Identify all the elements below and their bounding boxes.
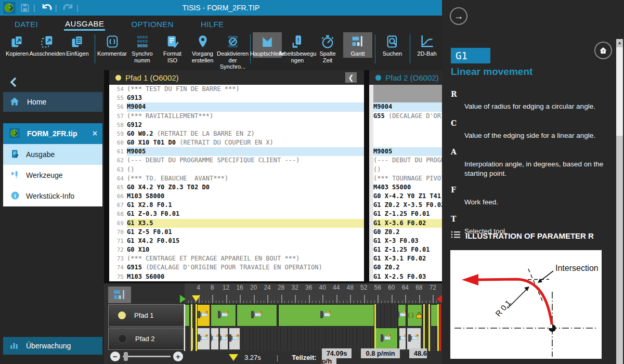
gantt-block[interactable] — [398, 304, 406, 327]
tab-hilfe[interactable]: HILFE — [200, 18, 225, 31]
end-marker-icon[interactable] — [436, 295, 442, 303]
gantt-block[interactable] — [278, 304, 374, 327]
sidebar-item-ausgabe[interactable]: Ausgabe — [3, 144, 102, 165]
code-line-72[interactable]: 72G0 X10 — [109, 245, 364, 254]
code-line-61[interactable]: 61M9005 — [109, 147, 364, 156]
code-line-64[interactable]: 64(*** TO. EBAUCHE AVANT***) — [109, 174, 364, 183]
code-line-59[interactable] — [373, 129, 442, 138]
toolbar-button-copy[interactable]: Kopieren — [3, 32, 32, 58]
undo-icon[interactable] — [41, 2, 53, 14]
gantt-block[interactable] — [211, 328, 218, 350]
zoom-in-button[interactable]: + — [173, 352, 183, 361]
code-line-73[interactable]: G1 X-3.1 F0.02 — [373, 254, 442, 263]
help-home-button[interactable]: ? — [594, 42, 612, 59]
code-line-67[interactable]: G1 Z0.2 X-3.5 F0.02 — [373, 201, 442, 210]
collapse-pane-button[interactable]: ❮ — [345, 72, 357, 83]
toolbar-button-formatiso[interactable]: Format ISO — [158, 32, 187, 64]
gantt-row-label-pfad1[interactable]: Pfad 1 — [108, 304, 184, 327]
sidebar-item-home[interactable]: Home — [3, 92, 102, 112]
zoom-out-button[interactable]: − — [110, 352, 120, 361]
code-line-63[interactable]: 63() — [109, 165, 364, 174]
code-line-68[interactable]: 68G1 Z-0.3 F0.01 — [109, 210, 364, 218]
gantt-chart[interactable]: () — [185, 304, 441, 351]
toolbar-button-stopwatch[interactable]: Spalte Zeit — [313, 32, 342, 64]
code-line-62[interactable]: (--- DEBUT DU PROGRAMME — [373, 156, 442, 165]
toolbar-button-synchro[interactable]: 9XXX9XXX9000Synchro numm — [128, 32, 157, 64]
code-line-72[interactable]: G1 Z-1.25 F0.01 — [373, 245, 442, 254]
code-line-58[interactable] — [373, 121, 442, 129]
code-line-61[interactable]: M9005 — [373, 147, 442, 156]
toolbar-button-cut[interactable]: Ausschneiden — [33, 32, 62, 58]
code-line-73[interactable]: 73(*** CENTRAGE ET PERCAGE APPAREIL EN B… — [109, 254, 364, 263]
scroll-up-icon[interactable]: ▲ — [616, 39, 623, 46]
tab-datei[interactable]: DATEI — [14, 18, 39, 31]
toolbar-button-gantt[interactable]: Gantt — [343, 32, 372, 58]
code-line-71[interactable]: G1 X-3 F0.03 — [373, 237, 442, 245]
code-line-67[interactable]: 67G1 X2.8 F0.1 — [109, 201, 364, 210]
toolbar-button-path2d[interactable]: 2D-Bah — [412, 32, 441, 58]
toolbar-button-workmove[interactable]: !Arbeitsbewegu ngen — [283, 32, 312, 64]
toolbar-button-comment[interactable]: Kommentar — [98, 32, 127, 58]
tab-optionen[interactable]: OPTIONEN — [130, 18, 175, 31]
sidebar-file-tab[interactable]: FORM_2FR.tip × — [3, 123, 102, 144]
sidebar-item-werkzeuge[interactable]: Werkzeuge — [3, 165, 102, 186]
code-line-60[interactable] — [373, 138, 442, 147]
code-line-66[interactable]: 66M103 S8000 — [109, 192, 364, 201]
play-marker-icon[interactable] — [180, 295, 186, 303]
save-icon[interactable] — [19, 2, 31, 14]
code-line-57[interactable]: 57(*** RAVITAILLEMENT***) — [109, 112, 364, 121]
code-line-74[interactable]: 74G915 (DECALAGE D'ORIGINE POUR TRAVAILE… — [109, 263, 364, 272]
code-line-57[interactable]: G55 (DECALAGE D'ORIGINE — [373, 112, 442, 121]
code-line-58[interactable]: 58G912 — [109, 121, 364, 129]
toolbar-button-loop[interactable]: Hauptschleife — [253, 32, 282, 58]
pane1-code-area[interactable]: 54(*** TEST DU FIN DE BARRE ***)55G91356… — [109, 85, 364, 281]
code-line-70[interactable]: G0 Z0.2 — [373, 228, 442, 237]
help-scrollbar[interactable]: ▲ — [616, 39, 623, 364]
gantt-block[interactable] — [399, 328, 406, 350]
code-line-60[interactable]: 60G0 X10 T01 D0 (RETRAIT DU COUPEUR EN X… — [109, 138, 364, 147]
pane2-code-area[interactable]: M9004G55 (DECALAGE D'ORIGINEM9005(--- DE… — [369, 85, 442, 281]
gantt-block[interactable] — [197, 304, 210, 327]
code-line-64[interactable]: (*** TOURNAGE PIVOT — [373, 174, 442, 183]
code-line-69[interactable]: 69G1 X3.5 — [109, 219, 364, 228]
code-line-75[interactable]: 75M103 S6000 — [109, 272, 364, 281]
code-line-65[interactable]: 65G0 X4.2 Y0 Z0.3 T02 D0 — [109, 183, 364, 192]
scrollbar-thumb[interactable] — [616, 47, 623, 136]
gantt-block[interactable]: () — [407, 304, 423, 327]
gantt-block[interactable] — [219, 328, 228, 350]
code-line-68[interactable]: G1 Z-1.25 F0.01 — [373, 210, 442, 218]
gantt-block[interactable] — [197, 328, 210, 350]
gantt-block[interactable] — [237, 304, 277, 327]
zoom-slider-handle[interactable] — [124, 352, 128, 361]
code-line-69[interactable]: G1 X-3.6 F0.02 — [373, 219, 442, 228]
code-line-70[interactable]: 70G1 Z-5 F0.01 — [109, 228, 364, 237]
code-line-71[interactable]: 71G1 X4.2 F0.015 — [109, 237, 364, 245]
sidebar-item-werkst-ck-info[interactable]: iWerkstück-Info — [3, 186, 102, 206]
close-icon[interactable]: × — [93, 129, 97, 138]
code-line-59[interactable]: 59G0 W0.2 (RETRAIT DE LA BARRE EN Z) — [109, 129, 364, 138]
gantt-block[interactable] — [229, 328, 241, 350]
gantt-block[interactable] — [185, 304, 190, 327]
code-line-75[interactable]: G1 X-2.5 F0.03 — [373, 272, 442, 281]
toolbar-button-search[interactable]: Suchen — [378, 32, 407, 58]
gantt-block[interactable] — [407, 328, 421, 350]
code-line-56[interactable]: 56M9004 — [109, 102, 364, 111]
gantt-block[interactable] — [211, 304, 236, 327]
sidebar-back-button[interactable] — [7, 75, 21, 89]
zoom-slider-track[interactable] — [123, 356, 171, 357]
gantt-timeline-ruler[interactable]: 4812162024283236404448525660646872 — [185, 283, 442, 303]
time-cursor-marker[interactable] — [192, 295, 200, 302]
sidebar-item-ueberwachung[interactable]: Überwachung — [3, 337, 102, 355]
gantt-block[interactable] — [375, 328, 398, 350]
code-line-62[interactable]: 62(--- DEBUT DU PROGRAMME SPECIFIQUE CLI… — [109, 156, 364, 165]
code-line-63[interactable]: () — [373, 165, 442, 174]
redo-icon[interactable] — [62, 2, 74, 14]
code-line-66[interactable]: G0 X-4.2 Y0 Z1 T41 — [373, 192, 442, 201]
help-collapse-button[interactable]: → — [450, 7, 467, 25]
toolbar-button-desync[interactable]: 900090019002Deaktivieren der Synchro... — [218, 32, 248, 71]
code-line-65[interactable]: M403 S5000 — [373, 183, 442, 192]
code-line-54[interactable]: 54(*** TEST DU FIN DE BARRE ***) — [109, 85, 364, 94]
toolbar-button-paste[interactable]: Einfügen — [63, 32, 92, 58]
code-line-56[interactable]: M9004 — [373, 102, 442, 111]
code-line-74[interactable]: G0 Z0.2 — [373, 263, 442, 272]
